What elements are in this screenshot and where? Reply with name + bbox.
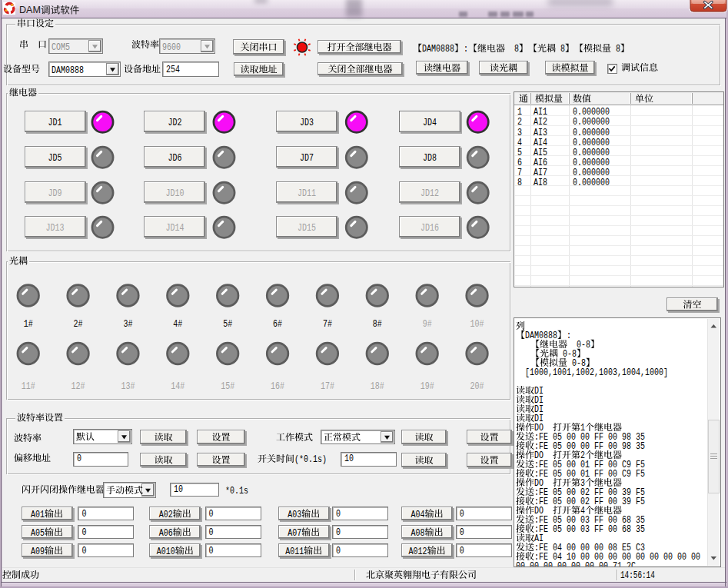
- svg-text:AI8: AI8: [534, 178, 547, 188]
- svg-text:18#: 18#: [371, 381, 384, 392]
- svg-text:10#: 10#: [470, 319, 484, 330]
- svg-text:[1000,1001,1002,1003,1004,1000: [1000,1001,1002,1003,1004,1000]: [525, 367, 668, 378]
- svg-text:8: 8: [514, 44, 519, 55]
- svg-text:5: 5: [517, 148, 522, 158]
- svg-text:JD12: JD12: [421, 188, 439, 199]
- svg-text:A04: A04: [411, 510, 425, 520]
- svg-text:14#: 14#: [171, 381, 184, 392]
- svg-text:0.000000: 0.000000: [573, 158, 610, 168]
- svg-text::FE 05 00 01 FF 00 C9 F5: :FE 05 00 01 FF 00 C9 F5: [534, 469, 645, 480]
- svg-text:A02: A02: [159, 510, 173, 520]
- svg-text:0: 0: [336, 546, 341, 556]
- svg-text:0: 0: [460, 509, 464, 520]
- svg-text:6: 6: [517, 158, 522, 168]
- svg-text:JD5: JD5: [48, 153, 62, 164]
- svg-text:11#: 11#: [22, 381, 35, 392]
- svg-text:1#: 1#: [24, 319, 33, 330]
- svg-text:A011: A011: [285, 546, 304, 557]
- svg-text:20#: 20#: [470, 381, 484, 392]
- svg-text:JD7: JD7: [300, 153, 314, 164]
- svg-text:AI5: AI5: [534, 148, 547, 158]
- svg-text:A03: A03: [288, 510, 301, 520]
- svg-text:A09: A09: [31, 546, 45, 557]
- svg-text:17#: 17#: [321, 381, 334, 392]
- svg-text:A012: A012: [409, 546, 427, 557]
- svg-text:0: 0: [81, 527, 86, 538]
- svg-text:JD15: JD15: [298, 223, 316, 234]
- svg-text:0: 0: [460, 527, 464, 538]
- svg-text:0: 0: [81, 546, 86, 556]
- svg-text::FE 05 00 00 FF 00 98 35: :FE 05 00 00 FF 00 98 35: [534, 441, 645, 452]
- svg-text:DAM: DAM: [19, 4, 41, 15]
- svg-text:AI7: AI7: [534, 168, 547, 178]
- svg-text:5#: 5#: [223, 319, 232, 330]
- svg-text:10: 10: [174, 484, 183, 495]
- svg-text:0: 0: [77, 453, 81, 464]
- svg-text:0: 0: [460, 546, 464, 556]
- svg-text:0.000000: 0.000000: [573, 128, 610, 138]
- svg-text::FE 05 00 02 FF 00 39 F5: :FE 05 00 02 FF 00 39 F5: [534, 497, 645, 507]
- svg-text:AI3: AI3: [534, 128, 547, 138]
- svg-text:8: 8: [616, 44, 620, 55]
- svg-text:4: 4: [517, 138, 522, 148]
- svg-text::: :: [464, 44, 468, 55]
- svg-text:A05: A05: [31, 528, 45, 539]
- svg-text:9#: 9#: [423, 319, 432, 330]
- svg-text:*0.1s: *0.1s: [225, 486, 248, 497]
- svg-text:254: 254: [166, 65, 180, 75]
- svg-text:0.000000: 0.000000: [573, 138, 610, 148]
- svg-text:19#: 19#: [421, 381, 434, 392]
- svg-text:3#: 3#: [123, 319, 132, 330]
- svg-text:JD3: JD3: [300, 118, 314, 128]
- svg-text:JD9: JD9: [48, 188, 62, 199]
- svg-text:AI1: AI1: [534, 107, 547, 118]
- svg-text::FE 05 00 03 FF 00 68 35: :FE 05 00 03 FF 00 68 35: [534, 524, 645, 535]
- svg-text:15#: 15#: [221, 381, 234, 392]
- svg-text:DAM0888: DAM0888: [422, 44, 454, 55]
- svg-text:8: 8: [517, 178, 522, 188]
- svg-text:DAM0888: DAM0888: [525, 331, 557, 341]
- svg-text:COM5: COM5: [52, 42, 70, 53]
- svg-text:(*0.1s): (*0.1s): [294, 454, 327, 465]
- svg-text:JD1: JD1: [48, 118, 62, 128]
- svg-text:A07: A07: [288, 528, 301, 539]
- svg-text:JD16: JD16: [421, 223, 439, 234]
- svg-text:7#: 7#: [323, 319, 332, 330]
- svg-text:JD10: JD10: [165, 188, 184, 199]
- svg-text:7: 7: [517, 168, 522, 178]
- svg-text:A01: A01: [31, 510, 45, 520]
- svg-text:2: 2: [517, 117, 522, 128]
- svg-text:A06: A06: [159, 528, 173, 539]
- svg-text:13#: 13#: [121, 381, 135, 392]
- svg-text:JD8: JD8: [423, 153, 437, 164]
- svg-text:2#: 2#: [74, 319, 83, 330]
- svg-text:0: 0: [336, 509, 341, 520]
- svg-text:0: 0: [81, 509, 86, 520]
- svg-text::: :: [567, 331, 571, 341]
- svg-text:0: 0: [209, 509, 214, 520]
- svg-text:3: 3: [517, 128, 522, 138]
- svg-text:0: 0: [209, 527, 214, 538]
- svg-text:AI4: AI4: [534, 138, 547, 148]
- svg-text:DAM0888: DAM0888: [52, 65, 84, 76]
- svg-text:JD6: JD6: [168, 153, 181, 164]
- svg-text:JD11: JD11: [298, 188, 316, 199]
- svg-text:0.000000: 0.000000: [573, 178, 610, 188]
- svg-text:16#: 16#: [271, 381, 284, 392]
- svg-text:A010: A010: [157, 546, 175, 557]
- svg-text:A08: A08: [411, 528, 425, 539]
- svg-text:0.000000: 0.000000: [573, 117, 610, 128]
- svg-text:JD2: JD2: [168, 118, 181, 128]
- svg-text:0: 0: [336, 527, 341, 538]
- svg-text:8#: 8#: [373, 319, 382, 330]
- svg-text:6#: 6#: [273, 319, 282, 330]
- svg-text:12#: 12#: [71, 381, 85, 392]
- svg-text:AI2: AI2: [534, 117, 547, 128]
- svg-text:10: 10: [344, 453, 354, 464]
- svg-text:JD13: JD13: [46, 223, 65, 234]
- svg-text:9600: 9600: [162, 42, 181, 53]
- svg-text:JD4: JD4: [423, 118, 437, 128]
- svg-text:0: 0: [209, 546, 214, 556]
- svg-text:0.000000: 0.000000: [573, 107, 610, 118]
- svg-text:8: 8: [560, 44, 565, 55]
